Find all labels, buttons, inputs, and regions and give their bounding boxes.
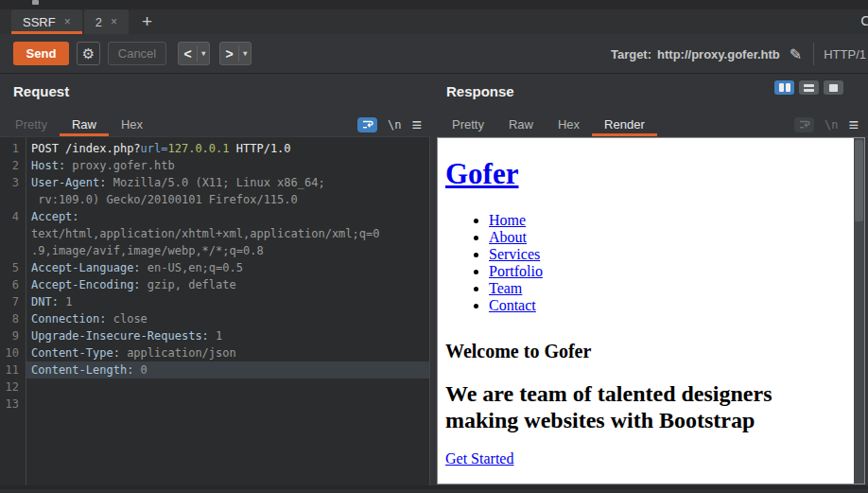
send-button[interactable]: Send [13,42,69,65]
request-line[interactable]: rv:109.0) Gecko/20100101 Firefox/115.0 [0,191,429,208]
rendered-nav-item: Portfolio [489,263,847,280]
request-tab-hex[interactable]: Hex [109,112,155,136]
line-number: 13 [0,396,26,413]
request-editor-lines: 1POST /index.php?url=127.0.0.1 HTTP/1.02… [0,140,429,413]
request-line[interactable]: .9,image/avif,image/webp,*/*;q=0.8 [0,242,429,259]
line-code: User-Agent: Mozilla/5.0 (X11; Linux x86_… [26,174,429,191]
rendered-nav-link-contact[interactable]: Contact [489,297,536,313]
layout-single-button[interactable] [824,80,843,95]
newline-toggle-icon[interactable]: \n [825,118,838,132]
rendered-nav-item: Contact [489,297,847,314]
rendered-tagline-heading: We are team of talented designers making… [445,381,847,433]
newline-toggle-icon[interactable]: \n [388,118,401,132]
menubar-remnant [32,0,39,5]
response-tab-raw[interactable]: Raw [496,112,546,136]
request-line[interactable]: 6Accept-Encoding: gzip, deflate [0,276,429,293]
line-code: Accept: [26,208,429,225]
toolbar-separator [813,43,814,65]
request-line[interactable]: 4Accept: [0,208,429,225]
request-line[interactable]: 9Upgrade-Insecure-Requests: 1 [0,327,429,344]
request-view-tabs: PrettyRawHex \n ≡ [0,112,431,137]
repeater-toolbar: Send ⚙ Cancel < ▾ > ▾ Target: http://pro… [0,34,868,74]
columns-icon [786,83,790,92]
line-number: 6 [0,276,26,293]
repeater-tab-ssrf[interactable]: SSRF× [11,9,82,34]
layout-rows-button[interactable] [799,80,819,95]
cancel-button[interactable]: Cancel [108,42,166,65]
request-line[interactable]: 11Content-Length: 0 [0,361,429,379]
repeater-tab-2[interactable]: 2× [84,9,129,34]
response-tab-pretty[interactable]: Pretty [440,112,496,136]
request-line[interactable]: 2Host: proxy.gofer.htb [0,157,429,174]
request-line[interactable]: 1POST /index.php?url=127.0.0.1 HTTP/1.0 [0,140,429,157]
line-number [0,242,26,259]
response-panel-title: Response [446,83,514,99]
layout-buttons [774,80,843,95]
line-code: Host: proxy.gofer.htb [26,157,429,174]
tab-close-icon[interactable]: × [111,15,117,28]
tab-close-icon[interactable]: × [64,15,71,28]
scrollbar-thumb[interactable] [855,140,863,221]
render-scrollbar[interactable] [854,138,864,484]
request-line[interactable]: 10Content-Type: application/json [0,344,429,361]
response-tab-render[interactable]: Render [592,112,657,136]
request-line[interactable]: 3User-Agent: Mozilla/5.0 (X11; Linux x86… [0,174,429,191]
get-started-link[interactable]: Get Started [445,450,513,467]
rendered-nav-link-home[interactable]: Home [489,212,526,228]
rendered-brand-link[interactable]: Gofer [445,157,518,190]
http-version-selector[interactable]: HTTP/1 [824,47,868,62]
rendered-nav-item: Home [489,212,847,229]
layout-columns-button[interactable] [774,80,794,95]
request-panel-title: Request [13,83,69,99]
line-number: 8 [0,310,26,327]
gear-icon[interactable]: ⚙ [77,42,100,65]
back-button[interactable]: < ▾ [178,42,210,65]
line-number [0,225,26,242]
word-wrap-icon[interactable] [794,117,814,132]
pencil-icon[interactable]: ✎ [790,45,802,63]
response-view-tabs: PrettyRawHexRender \n ≡ [437,112,868,137]
line-number: 10 [0,344,26,361]
response-render-view: Gofer HomeAboutServicesPortfolioTeamCont… [437,137,865,484]
request-line[interactable]: 13 [0,396,429,413]
rendered-nav-link-about[interactable]: About [489,229,527,245]
line-number: 9 [0,327,26,344]
new-tab-button[interactable]: + [142,9,152,34]
request-line[interactable]: 8Connection: close [0,310,429,327]
tab-label: 2 [95,15,102,29]
request-tab-pretty[interactable]: Pretty [3,112,60,136]
rendered-nav-link-team[interactable]: Team [489,280,522,296]
word-wrap-icon[interactable] [357,117,377,132]
rendered-welcome-heading: Welcome to Gofer [445,341,847,362]
line-code [26,396,429,413]
clipped-right-text: C [860,12,868,28]
chevron-down-icon[interactable]: ▾ [239,49,251,58]
forward-button[interactable]: > ▾ [219,42,252,65]
request-line[interactable]: text/html,application/xhtml+xml,applicat… [0,225,429,242]
rendered-nav-link-services[interactable]: Services [489,246,540,262]
response-tab-hex[interactable]: Hex [546,112,592,136]
rendered-nav-link-portfolio[interactable]: Portfolio [489,263,543,279]
hamburger-menu-icon[interactable]: ≡ [411,116,422,133]
chevron-down-icon[interactable]: ▾ [198,49,209,58]
request-line[interactable]: 12 [0,379,429,396]
request-line[interactable]: 5Accept-Language: en-US,en;q=0.5 [0,259,429,276]
hamburger-menu-icon[interactable]: ≡ [848,116,859,133]
line-number: 5 [0,259,26,276]
request-editor[interactable]: 1POST /index.php?url=127.0.0.1 HTTP/1.02… [0,137,430,485]
forward-arrow-icon: > [220,46,238,62]
line-code: Content-Length: 0 [26,361,429,379]
rendered-nav-item: About [489,229,847,246]
response-editor-icons: \n ≡ [794,112,859,137]
line-code: text/html,application/xhtml+xml,applicat… [26,225,429,242]
tab-label: SSRF [23,15,56,29]
request-tab-raw[interactable]: Raw [60,112,109,136]
line-number: 2 [0,157,26,174]
repeater-tabs-container: SSRF×2× [0,13,129,29]
line-number: 1 [0,140,26,157]
rows-icon [804,84,814,92]
line-code: Accept-Encoding: gzip, deflate [26,276,429,293]
line-code: rv:109.0) Gecko/20100101 Firefox/115.0 [26,191,429,208]
request-line[interactable]: 7DNT: 1 [0,293,429,310]
target-cluster: Target: http://proxy.gofer.htb ✎ HTTP/1 [611,34,868,74]
